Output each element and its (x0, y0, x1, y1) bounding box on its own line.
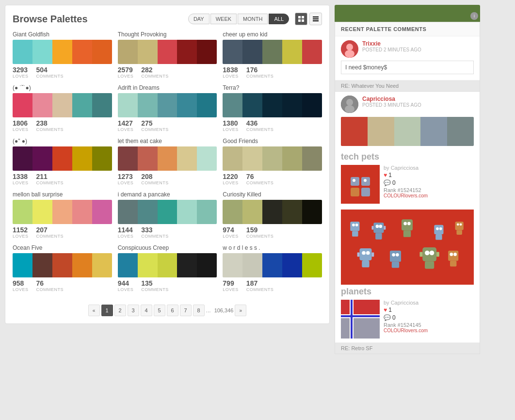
loves-label: LOVES (223, 287, 239, 292)
palette-swatches[interactable] (13, 146, 112, 171)
palette-swatches[interactable] (13, 93, 112, 117)
comments-stat: 207 COMMENTS (36, 226, 64, 239)
swatch (302, 253, 322, 277)
planets-rank: Rank #1524145 (384, 322, 428, 328)
palette-swatches[interactable] (223, 200, 322, 224)
cap-palette-preview[interactable] (341, 117, 474, 146)
svg-rect-1 (302, 16, 304, 18)
swatch (72, 40, 92, 64)
svg-rect-29 (371, 226, 373, 230)
info-icon[interactable]: i (470, 12, 478, 20)
tech-pets-loves: ♥ 1 (384, 172, 428, 178)
browse-header: Browse Palettes DAY WEEK MONTH ALL (13, 13, 322, 25)
loves-label: LOVES (223, 234, 239, 239)
palette-swatches[interactable] (223, 40, 322, 64)
loves-stat: 958 LOVES (13, 279, 29, 292)
palette-item: Thought Provoking 2579 LOVES (118, 31, 217, 79)
palette-swatches[interactable] (223, 93, 322, 117)
comments-count: 76 (246, 173, 274, 180)
comments-label: COMMENTS (36, 127, 64, 132)
palette-item: let them eat cake 1273 LOVES (118, 138, 217, 185)
palette-swatches[interactable] (118, 40, 217, 64)
filter-week[interactable]: WEEK (210, 14, 237, 24)
palette-swatches[interactable] (118, 200, 217, 224)
list-view-button[interactable] (309, 13, 322, 25)
palette-stats: 958 LOVES 76 COMMENTS (13, 279, 112, 292)
avatar-capricciosa[interactable] (341, 96, 358, 113)
comment-username-trixxie[interactable]: Trixxie (362, 40, 421, 47)
swatch (223, 200, 242, 224)
comment-bubble-icon: 💬 (384, 179, 391, 186)
heart-icon: ♥ (384, 172, 387, 178)
right-panel: i RECENT PALETTE COMMENTS Trixxie (335, 0, 485, 359)
prev-page-button[interactable]: « (88, 305, 100, 316)
loves-stat: 974 LOVES (223, 226, 239, 239)
palette-swatches[interactable] (13, 40, 112, 64)
swatch (223, 253, 242, 277)
page-4-button[interactable]: 4 (141, 305, 152, 316)
svg-rect-57 (419, 252, 422, 257)
palette-name: Conspicuous Creep (118, 244, 217, 251)
svg-rect-59 (448, 251, 458, 261)
loves-stat: 1806 LOVES (13, 119, 29, 132)
palette-swatches[interactable] (118, 146, 217, 171)
palette-swatches[interactable] (118, 93, 217, 117)
loves-count: 1338 (13, 173, 29, 180)
swatch (138, 146, 158, 171)
page-2-button[interactable]: 2 (114, 305, 126, 316)
svg-rect-49 (390, 251, 401, 262)
planets-thumbnail[interactable] (341, 300, 380, 339)
svg-rect-34 (403, 230, 411, 237)
grid-view-button[interactable] (295, 13, 307, 25)
filter-month[interactable]: MONTH (238, 14, 268, 24)
page-1-button[interactable]: 1 (101, 305, 113, 316)
palette-swatches[interactable] (13, 253, 112, 277)
page-7-button[interactable]: 7 (180, 305, 192, 316)
palette-swatches[interactable] (223, 253, 322, 277)
swatch (72, 253, 92, 277)
page-8-button[interactable]: 8 (193, 305, 205, 316)
loves-count: 1806 (13, 119, 29, 127)
svg-rect-16 (351, 188, 359, 196)
filter-all[interactable]: ALL (269, 14, 289, 24)
planets-comments-count: 0 (392, 314, 396, 321)
palette-name: w o r d l e s s . (223, 244, 322, 251)
comment-username-cap[interactable]: Capricciosa (362, 96, 421, 102)
large-robot-pattern[interactable] (341, 210, 474, 285)
swatch (13, 93, 32, 117)
grid-icon (298, 16, 304, 22)
loves-label: LOVES (223, 74, 239, 79)
re-comment-retro: RE: Retro SF (335, 343, 480, 354)
loves-count: 974 (223, 226, 239, 234)
page-6-button[interactable]: 6 (167, 305, 178, 316)
comments-count: 159 (246, 226, 274, 234)
loves-count: 2579 (118, 66, 134, 74)
planets-row: by Capricciosa ♥ 1 💬 0 Rank #1524145 COL… (341, 300, 474, 339)
swatch (242, 146, 262, 171)
palette-swatches[interactable] (223, 146, 322, 171)
page-3-button[interactable]: 3 (128, 305, 139, 316)
planets-comments-row: 💬 0 (384, 314, 428, 321)
comments-label: COMMENTS (246, 287, 274, 292)
loves-stat: 1220 LOVES (223, 173, 239, 185)
filter-day[interactable]: DAY (188, 14, 209, 24)
swatch (177, 40, 197, 64)
swatch (138, 40, 158, 64)
avatar-trixxie[interactable] (341, 40, 358, 58)
swatch (197, 40, 217, 64)
palette-swatches[interactable] (13, 200, 112, 224)
palette-name: Thought Provoking (118, 31, 217, 38)
palette-swatches[interactable] (118, 253, 217, 277)
next-page-button[interactable]: » (235, 305, 246, 316)
palette-name: Curiosity Killed (223, 191, 322, 198)
loves-count: 1838 (223, 66, 239, 74)
palette-name: (●" ●) (13, 138, 112, 145)
palette-item: (●" ●) 1338 LOVES 211 (13, 138, 112, 185)
recent-comments-section: RECENT PALETTE COMMENTS Trixxie POSTED 2… (335, 22, 480, 354)
tech-pets-thumbnail[interactable] (341, 165, 380, 204)
svg-point-51 (396, 253, 399, 257)
svg-rect-43 (359, 248, 371, 260)
page-5-button[interactable]: 5 (154, 305, 165, 316)
cap-swatch (447, 117, 474, 146)
loves-label: LOVES (223, 180, 239, 185)
